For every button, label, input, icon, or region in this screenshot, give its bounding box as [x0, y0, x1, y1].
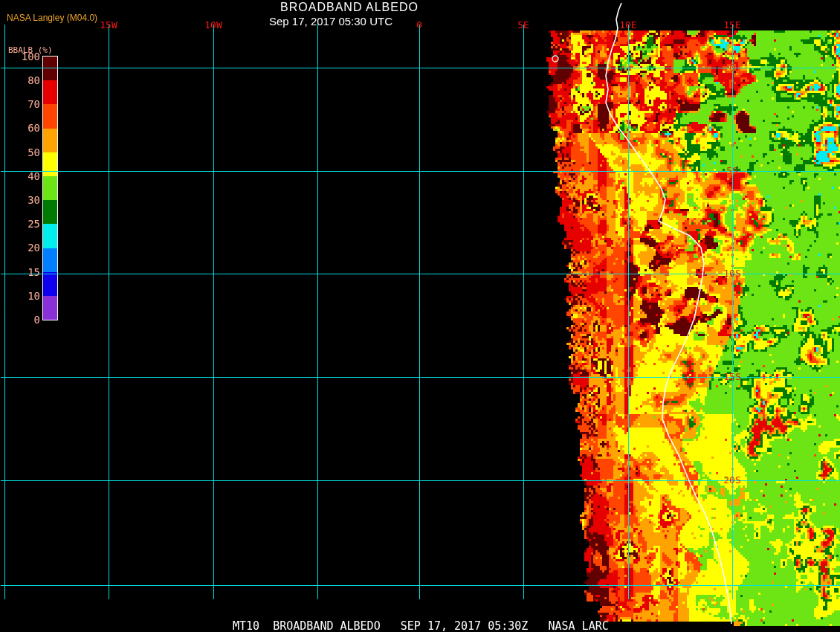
colorbar-segment-20-25: [43, 224, 57, 248]
colorbar-tick-0: 0: [0, 314, 40, 326]
colorbar-segment-25-30: [43, 200, 57, 224]
colorbar-segment-70-80: [43, 80, 57, 104]
colorbar-tick-15: 15: [0, 266, 40, 278]
lon-label-15W: 15W: [86, 19, 131, 30]
colorbar-tick-20: 20: [0, 242, 40, 254]
lon-label-0: 0: [397, 19, 442, 30]
colorbar-segment-15-20: [43, 248, 57, 272]
lon-label-5E: 5E: [501, 19, 546, 30]
colorbar-segment-80-100: [43, 57, 57, 80]
lon-label-10E: 10E: [606, 19, 650, 30]
colorbar-segment-30-40: [43, 176, 57, 200]
colorbar-segment-10-15: [43, 272, 57, 296]
colorbar-tick-60: 60: [0, 122, 40, 134]
colorbar: [42, 56, 58, 320]
colorbar-segment-0-10: [43, 296, 57, 320]
colorbar-segment-60-70: [43, 104, 57, 128]
colorbar-tick-25: 25: [0, 218, 40, 230]
colorbar-tick-50: 50: [0, 146, 40, 158]
lat-label-10S: 10S: [706, 268, 758, 279]
lat-label-20S: 20S: [706, 474, 758, 486]
lon-label-15E: 15E: [710, 19, 755, 30]
colorbar-segment-50-60: [43, 129, 57, 152]
nasa-langley-credit: NASA Langley (M04.0): [7, 13, 97, 23]
colorbar-tick-70: 70: [0, 98, 40, 110]
lat-label-5S: 5S: [706, 165, 758, 176]
lat-label-0: 0: [706, 62, 758, 73]
satellite-albedo-map: [0, 0, 840, 632]
page-title: BROADBAND ALBEDO: [0, 1, 699, 14]
lat-label-15S: 15S: [706, 371, 758, 382]
colorbar-tick-40: 40: [0, 170, 40, 182]
lon-label-10W: 10W: [191, 19, 236, 30]
colorbar-tick-10: 10: [0, 290, 40, 302]
colorbar-segment-40-50: [43, 152, 57, 176]
colorbar-tick-100: 100: [0, 51, 40, 62]
colorbar-tick-80: 80: [0, 74, 40, 86]
albedo-plot: BROADBAND ALBEDO Sep 17, 2017 05:30 UTC …: [0, 0, 840, 632]
footer-caption: MT10 BROADBAND ALBEDO SEP 17, 2017 05:30…: [233, 619, 609, 632]
colorbar-tick-30: 30: [0, 194, 40, 206]
